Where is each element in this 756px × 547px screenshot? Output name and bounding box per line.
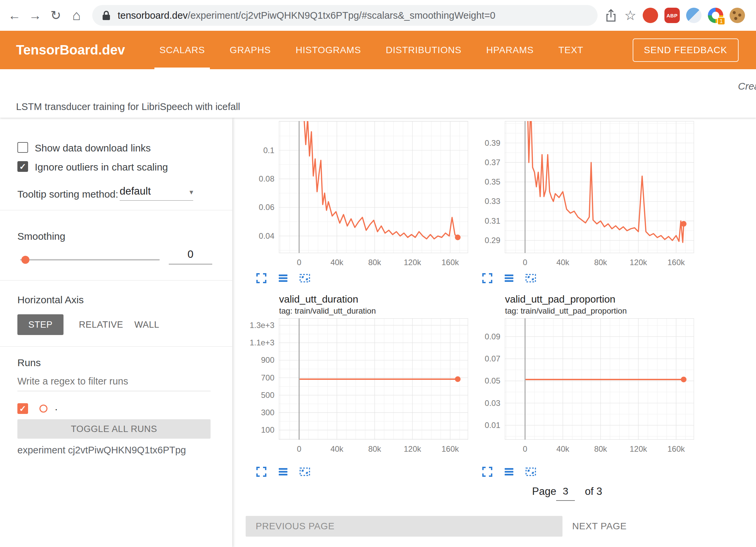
page-label: Page bbox=[532, 485, 556, 498]
experiment-info-band: Crea LSTM transducer training for LibriS… bbox=[0, 69, 756, 118]
tab-text[interactable]: TEXT bbox=[546, 31, 596, 69]
data-table-icon[interactable] bbox=[277, 272, 289, 284]
extension-badge: 1 bbox=[717, 17, 725, 25]
chart-title-valid-utt-pad-proportion: valid_utt_pad_proportion bbox=[505, 294, 615, 305]
tooltip-sorting-select[interactable]: default ▾ bbox=[120, 185, 193, 201]
data-table-icon[interactable] bbox=[503, 466, 515, 477]
smoothing-label: Smoothing bbox=[17, 231, 65, 242]
svg-text:40k: 40k bbox=[331, 444, 344, 453]
show-download-links-checkbox[interactable] bbox=[17, 142, 28, 153]
expand-icon[interactable] bbox=[256, 466, 267, 477]
data-table-icon[interactable] bbox=[503, 272, 515, 284]
svg-text:0.1: 0.1 bbox=[263, 146, 274, 155]
divider bbox=[0, 280, 232, 281]
page-number-input[interactable] bbox=[556, 485, 575, 501]
tab-graphs[interactable]: GRAPHS bbox=[217, 31, 283, 69]
run-color-swatch[interactable] bbox=[39, 405, 47, 413]
horizontal-axis-label: Horizontal Axis bbox=[17, 294, 84, 306]
tab-histograms[interactable]: HISTOGRAMS bbox=[283, 31, 373, 69]
page-of-label: of 3 bbox=[585, 485, 602, 498]
tooltip-sorting-label: Tooltip sorting method: bbox=[17, 189, 118, 200]
svg-text:0.08: 0.08 bbox=[259, 174, 274, 183]
fit-domain-icon[interactable] bbox=[525, 466, 536, 477]
svg-text:500: 500 bbox=[261, 391, 274, 400]
url-path: /experiment/cj2vtPiwQHKN9Q1tx6PTpg/#scal… bbox=[188, 10, 496, 21]
svg-text:160k: 160k bbox=[442, 444, 459, 453]
reload-icon[interactable]: ↻ bbox=[45, 8, 66, 23]
tab-distributions[interactable]: DISTRIBUTIONS bbox=[373, 31, 474, 69]
fit-domain-icon[interactable] bbox=[299, 466, 310, 477]
axis-wall-button[interactable]: WALL bbox=[126, 314, 167, 335]
axis-step-button[interactable]: STEP bbox=[17, 314, 64, 335]
chart-actions-top-right bbox=[482, 272, 536, 284]
expand-icon[interactable] bbox=[482, 272, 493, 284]
smoothing-slider-track[interactable] bbox=[20, 259, 160, 260]
svg-text:0.07: 0.07 bbox=[485, 354, 500, 363]
svg-text:160k: 160k bbox=[442, 258, 459, 267]
svg-text:100: 100 bbox=[261, 425, 274, 434]
url-host: tensorboard.dev bbox=[118, 10, 188, 21]
send-feedback-button[interactable]: SEND FEEDBACK bbox=[633, 38, 739, 62]
extension-abp-icon[interactable]: ABP bbox=[664, 8, 680, 23]
axis-relative-button[interactable]: RELATIVE bbox=[71, 314, 131, 335]
tab-scalars[interactable]: SCALARS bbox=[147, 31, 217, 69]
extension-adblock-icon[interactable] bbox=[643, 8, 658, 23]
settings-sidebar: Show data download links Ignore outliers… bbox=[0, 118, 232, 547]
chart-tag-valid-utt-duration: tag: train/valid_utt_duration bbox=[279, 306, 376, 316]
svg-text:0.29: 0.29 bbox=[485, 236, 500, 245]
chart-title-valid-utt-duration: valid_utt_duration bbox=[279, 294, 358, 305]
bookmark-star-icon[interactable]: ☆ bbox=[624, 8, 636, 23]
svg-text:0.35: 0.35 bbox=[485, 177, 500, 186]
svg-text:0.04: 0.04 bbox=[259, 231, 274, 240]
svg-text:900: 900 bbox=[261, 355, 274, 364]
svg-text:40k: 40k bbox=[556, 258, 570, 267]
run-name: . bbox=[55, 401, 57, 413]
tensorboard-header: TensorBoard.dev SCALARS GRAPHS HISTOGRAM… bbox=[0, 31, 756, 69]
smoothing-slider-thumb[interactable] bbox=[21, 256, 29, 264]
ignore-outliers-label: Ignore outliers in chart scaling bbox=[35, 161, 168, 173]
expand-icon[interactable] bbox=[482, 466, 493, 477]
experiment-id: experiment cj2vtPiwQHKN9Q1tx6PTpg bbox=[17, 445, 186, 456]
browser-chrome: ← → ↻ ⌂ tensorboard.dev/experiment/cj2vt… bbox=[0, 0, 756, 31]
url-bar[interactable]: tensorboard.dev/experiment/cj2vtPiwQHKN9… bbox=[92, 5, 598, 26]
svg-text:120k: 120k bbox=[630, 258, 647, 267]
ignore-outliers-checkbox[interactable] bbox=[17, 161, 28, 172]
svg-text:0: 0 bbox=[297, 258, 301, 267]
expand-icon[interactable] bbox=[256, 272, 267, 284]
lock-icon bbox=[102, 10, 110, 20]
svg-text:0.01: 0.01 bbox=[485, 421, 500, 430]
chart-actions-bottom-right bbox=[482, 466, 536, 477]
show-download-links-label: Show data download links bbox=[35, 142, 151, 154]
chart-top-left: 0.040.060.080.1040k80k120k160k bbox=[246, 121, 473, 270]
previous-page-button[interactable]: PREVIOUS PAGE bbox=[246, 516, 562, 537]
fit-domain-icon[interactable] bbox=[525, 272, 536, 284]
svg-text:40k: 40k bbox=[331, 258, 344, 267]
svg-text:0.05: 0.05 bbox=[485, 376, 500, 385]
run-checkbox[interactable] bbox=[17, 403, 28, 414]
toggle-all-runs-button[interactable]: TOGGLE ALL RUNS bbox=[17, 419, 211, 439]
svg-text:0: 0 bbox=[297, 444, 301, 453]
svg-text:0.39: 0.39 bbox=[485, 138, 500, 147]
extension-wheel-icon[interactable]: 1 bbox=[708, 8, 723, 23]
extension-cookie-icon[interactable] bbox=[730, 8, 745, 23]
runs-filter-input[interactable] bbox=[17, 374, 211, 391]
svg-text:120k: 120k bbox=[404, 258, 421, 267]
next-page-button[interactable]: NEXT PAGE bbox=[572, 516, 627, 537]
home-icon[interactable]: ⌂ bbox=[66, 7, 87, 23]
chart-actions-top-left bbox=[256, 272, 310, 284]
fit-domain-icon[interactable] bbox=[299, 272, 310, 284]
svg-text:120k: 120k bbox=[630, 444, 647, 453]
svg-text:80k: 80k bbox=[594, 444, 608, 453]
back-icon[interactable]: ← bbox=[4, 8, 25, 23]
extension-blue-icon[interactable] bbox=[686, 8, 702, 23]
chart-tag-valid-utt-pad-proportion: tag: train/valid_utt_pad_proportion bbox=[505, 306, 627, 316]
forward-icon[interactable]: → bbox=[25, 8, 45, 23]
smoothing-value[interactable]: 0 bbox=[169, 248, 212, 264]
share-icon[interactable] bbox=[605, 8, 617, 23]
svg-text:0.03: 0.03 bbox=[485, 399, 500, 408]
svg-text:1.3e+3: 1.3e+3 bbox=[250, 321, 274, 330]
tab-hparams[interactable]: HPARAMS bbox=[474, 31, 546, 69]
divider bbox=[0, 346, 232, 347]
data-table-icon[interactable] bbox=[277, 466, 289, 477]
svg-text:80k: 80k bbox=[594, 258, 608, 267]
